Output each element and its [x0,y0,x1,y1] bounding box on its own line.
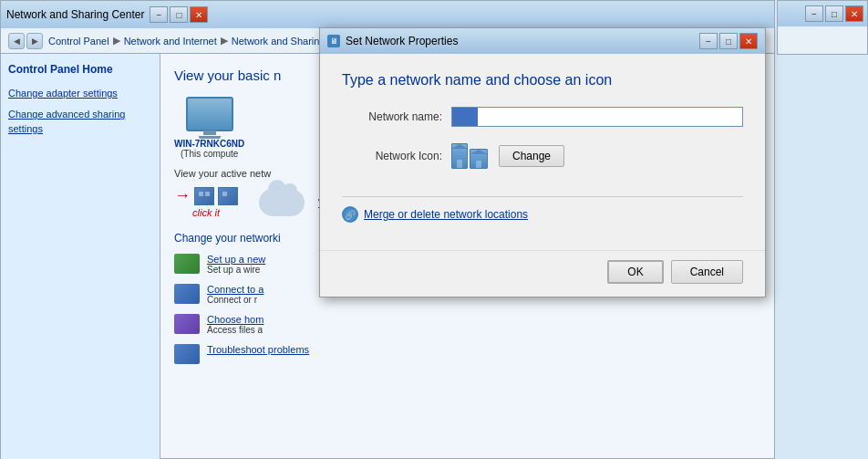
cloud-icon [259,189,305,216]
control-panel-titlebar: Network and Sharing Center − □ ✕ [1,1,774,28]
setup-link-3[interactable]: Choose hom [207,314,264,325]
network-icon-label: Network Icon: [342,150,442,162]
setup-link-1[interactable]: Set up a new [207,254,265,265]
ok-button[interactable]: OK [607,260,663,284]
computer-name: WIN-7RNKC6ND (This compute [174,139,244,159]
titlebar-buttons: − □ ✕ [150,6,208,23]
close-button[interactable]: ✕ [190,6,208,23]
setup-icon-3 [174,314,200,334]
maximize-button[interactable]: □ [170,6,188,23]
sidebar-item-advanced[interactable]: Change advanced sharing settings [8,108,152,136]
minimize-button[interactable]: − [150,6,168,23]
setup-item-4: Troubleshoot problems [174,344,760,364]
setup-icon-1 [174,254,200,274]
setup-sublabel-3: Access files a [207,325,264,335]
network-buildings-icon[interactable] [194,187,238,205]
secondary-titlebar: − □ ✕ [778,1,867,26]
icon-row: Change [451,143,564,169]
forward-button[interactable]: ▶ [26,33,43,49]
network-name-input[interactable] [451,107,743,127]
modal-minimize-button[interactable]: − [699,33,718,49]
control-panel-title: Network and Sharing Center [6,8,144,21]
set-network-properties-dialog: 🖥 Set Network Properties − □ ✕ Type a ne… [319,27,766,297]
modal-titlebar: 🖥 Set Network Properties − □ ✕ [320,28,765,54]
sidebar: Control Panel Home Change adapter settin… [1,54,160,459]
computer-icon [186,97,233,131]
breadcrumb-sep-2: ▶ [221,35,228,47]
link-globe-icon: 🔗 [342,206,358,223]
setup-sublabel-2: Connect or r [207,295,264,305]
modal-footer-link-area: 🔗 Merge or delete network locations [342,196,743,232]
breadcrumb-control-panel[interactable]: Control Panel [48,36,109,47]
breadcrumb: Control Panel ▶ Network and Internet ▶ N… [48,35,358,47]
setup-item-3: Choose hom Access files a [174,314,760,335]
back-button[interactable]: ◀ [8,33,25,49]
breadcrumb-network-internet[interactable]: Network and Internet [124,36,217,47]
sidebar-item-adapter[interactable]: Change adapter settings [8,87,152,100]
modal-maximize-button[interactable]: □ [719,33,738,49]
modal-title-icon: 🖥 [327,35,340,47]
network-icon-row: Network Icon: Change [342,143,743,169]
network-icon-preview [451,143,488,169]
modal-title-text: Set Network Properties [346,35,694,47]
merge-delete-link[interactable]: Merge or delete network locations [364,208,528,221]
secondary-maximize[interactable]: □ [825,5,843,22]
setup-link-2[interactable]: Connect to a [207,284,264,295]
modal-close-button[interactable]: ✕ [739,33,758,49]
network-name-label: Network name: [342,110,442,123]
secondary-minimize[interactable]: − [805,5,823,22]
breadcrumb-sep-1: ▶ [113,35,120,47]
modal-buttons: OK Cancel [320,250,765,297]
nav-arrows: ◀ ▶ [8,33,43,49]
setup-link-4[interactable]: Troubleshoot problems [207,344,309,355]
secondary-close[interactable]: ✕ [845,5,863,22]
click-it-label: click it [192,207,220,218]
setup-icon-4 [174,344,200,364]
secondary-window: − □ ✕ [777,0,868,55]
red-arrow-icon: → [174,186,191,205]
change-icon-button[interactable]: Change [499,145,564,167]
modal-content: Type a network name and choose an icon N… [320,54,765,250]
modal-heading: Type a network name and choose an icon [342,72,743,89]
modal-title-buttons: − □ ✕ [699,33,758,49]
setup-sublabel-1: Set up a wire [207,265,265,275]
sidebar-title: Control Panel Home [8,63,152,76]
setup-icon-2 [174,284,200,304]
cancel-button[interactable]: Cancel [671,260,743,284]
network-name-row: Network name: [342,107,743,127]
